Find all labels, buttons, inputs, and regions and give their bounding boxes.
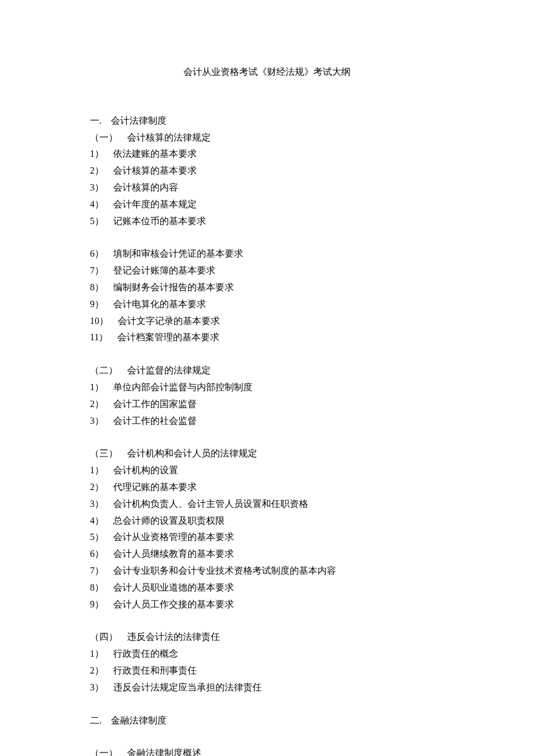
list-item: 8） 编制财务会计报告的基本要求	[90, 279, 444, 296]
blank-line	[90, 429, 444, 445]
list-item: 8） 会计人员职业道德的基本要求	[90, 579, 444, 596]
subsection-heading: （四） 违反会计法的法律责任	[90, 629, 444, 646]
blank-line	[90, 229, 444, 246]
blank-line	[90, 346, 444, 362]
blank-line	[90, 696, 444, 712]
list-item: 4） 会计年度的基本规定	[90, 196, 444, 213]
list-item: 2） 会计核算的基本要求	[90, 163, 444, 179]
list-item: 7） 会计专业职务和会计专业技术资格考试制度的基本内容	[90, 563, 444, 579]
subsection-heading: （一） 会计核算的法律规定	[90, 129, 444, 146]
section-heading: 一. 会计法律制度	[90, 113, 444, 129]
section-heading: 二. 金融法律制度	[90, 712, 444, 729]
list-item: 9） 会计电算化的基本要求	[90, 296, 444, 313]
list-item: 3） 违反会计法规定应当承担的法律责任	[90, 679, 444, 696]
list-item: 5） 会计从业资格管理的基本要求	[90, 529, 444, 546]
list-item: 3） 会计核算的内容	[90, 179, 444, 196]
list-item: 2） 行政责任和刑事责任	[90, 663, 444, 679]
list-item: 2） 会计工作的国家监督	[90, 396, 444, 413]
list-item: 1） 依法建账的基本要求	[90, 146, 444, 163]
list-item: 1） 会计机构的设置	[90, 462, 444, 479]
list-item: 7） 登记会计账簿的基本要求	[90, 262, 444, 279]
list-item: 6） 会计人员继续教育的基本要求	[90, 546, 444, 563]
list-item: 9） 会计人员工作交接的基本要求	[90, 596, 444, 613]
blank-line	[90, 729, 444, 745]
document-title: 会计从业资格考试《财经法规》考试大纲	[90, 64, 444, 81]
list-item: 3） 会计机构负责人、会计主管人员设置和任职资格	[90, 496, 444, 513]
list-item: 1） 单位内部会计监督与内部控制制度	[90, 379, 444, 396]
list-item: 1） 行政责任的概念	[90, 646, 444, 663]
list-item: 11） 会计档案管理的基本要求	[90, 329, 444, 346]
list-item: 5） 记账本位币的基本要求	[90, 213, 444, 230]
list-item: 4） 总会计师的设置及职责权限	[90, 513, 444, 530]
subsection-heading: （三） 会计机构和会计人员的法律规定	[90, 445, 444, 462]
list-item: （一） 金融法律制度概述	[90, 745, 444, 756]
list-item: 2） 代理记账的基本要求	[90, 479, 444, 496]
list-item: 10） 会计文字记录的基本要求	[90, 313, 444, 330]
document-page: 会计从业资格考试《财经法规》考试大纲 一. 会计法律制度 （一） 会计核算的法律…	[0, 0, 534, 756]
blank-line	[90, 613, 444, 629]
subsection-heading: （二） 会计监督的法律规定	[90, 362, 444, 379]
list-item: 3） 会计工作的社会监督	[90, 413, 444, 430]
list-item: 6） 填制和审核会计凭证的基本要求	[90, 246, 444, 262]
